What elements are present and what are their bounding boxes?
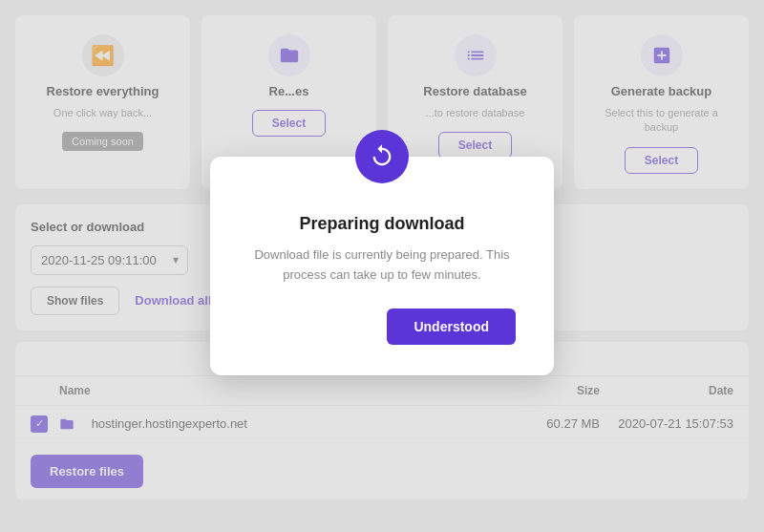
modal-desc: Download file is currently being prepare… bbox=[248, 245, 516, 286]
understood-button[interactable]: Understood bbox=[387, 309, 516, 345]
modal-overlay: Preparing download Download file is curr… bbox=[0, 0, 764, 532]
spinner-icon bbox=[355, 130, 409, 183]
spinner-wrap bbox=[355, 130, 409, 183]
preparing-download-modal: Preparing download Download file is curr… bbox=[210, 157, 554, 375]
modal-title: Preparing download bbox=[299, 214, 464, 234]
